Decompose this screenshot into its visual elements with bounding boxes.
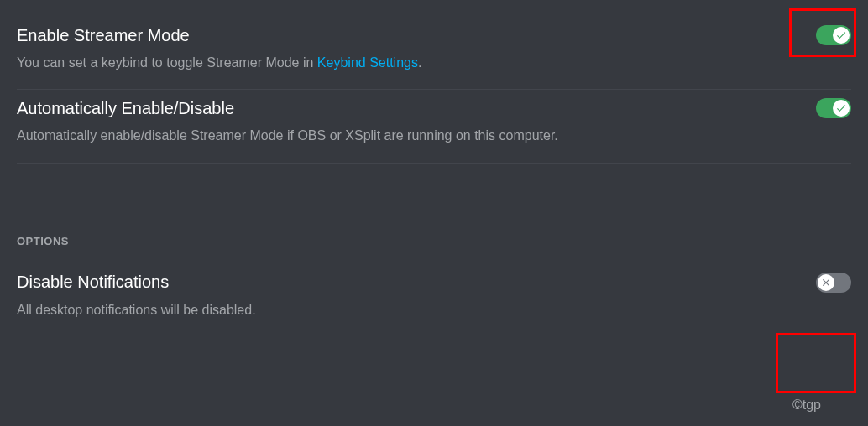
toggle-enable-streamer-mode[interactable] — [816, 25, 851, 45]
check-icon — [835, 102, 847, 114]
setting-header: Enable Streamer Mode — [17, 25, 851, 45]
toggle-knob — [833, 27, 850, 44]
setting-enable-streamer-mode: Enable Streamer Mode You can set a keybi… — [17, 17, 851, 90]
check-icon — [835, 29, 847, 41]
setting-header: Disable Notifications — [17, 273, 851, 293]
setting-header: Automatically Enable/Disable — [17, 98, 851, 118]
highlight-annotation — [776, 333, 856, 393]
desc-text-suffix: . — [418, 55, 421, 70]
x-icon — [820, 277, 832, 288]
setting-title: Enable Streamer Mode — [17, 26, 190, 45]
section-title-options: OPTIONS — [17, 235, 851, 247]
toggle-knob — [833, 100, 850, 117]
desc-text-prefix: You can set a keybind to toggle Streamer… — [17, 55, 317, 70]
setting-description: You can set a keybind to toggle Streamer… — [17, 54, 851, 72]
setting-title: Automatically Enable/Disable — [17, 99, 234, 118]
setting-description: Automatically enable/disable Streamer Mo… — [17, 127, 851, 145]
toggle-disable-notifications[interactable] — [816, 273, 851, 293]
keybind-settings-link[interactable]: Keybind Settings — [317, 55, 418, 70]
watermark-text: ©tgp — [792, 397, 821, 413]
setting-description: All desktop notifications will be disabl… — [17, 301, 851, 320]
setting-title: Disable Notifications — [17, 273, 169, 292]
setting-auto-enable-disable: Automatically Enable/Disable Automatical… — [17, 90, 851, 163]
setting-disable-notifications: Disable Notifications All desktop notifi… — [17, 264, 851, 320]
toggle-knob — [818, 274, 834, 291]
toggle-auto-enable-disable[interactable] — [816, 98, 851, 118]
